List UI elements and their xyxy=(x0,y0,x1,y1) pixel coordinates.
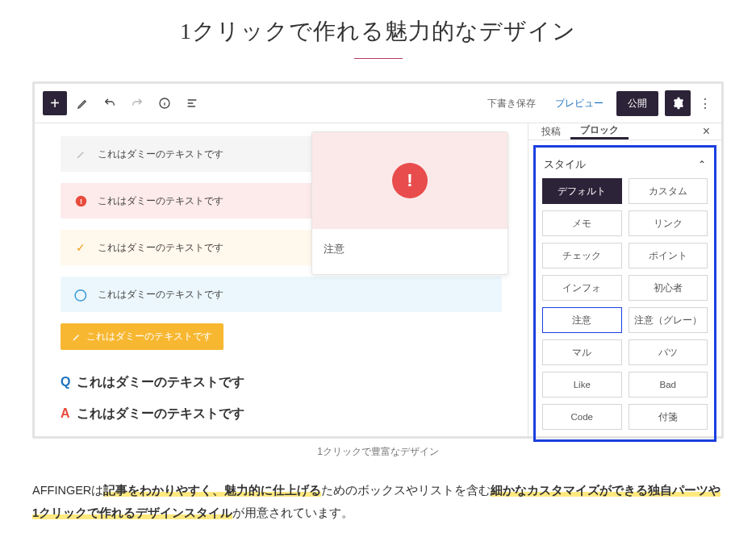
style-option-default[interactable]: デフォルト xyxy=(542,178,622,204)
style-title: スタイル xyxy=(544,157,586,172)
demo-row-question[interactable]: Qこれはダミーのテキストです xyxy=(61,374,502,391)
style-option-like[interactable]: Like xyxy=(542,372,622,398)
editor-canvas: これはダミーのテキストです ! これはダミーのテキストです ✓ これはダミーのテ… xyxy=(35,123,528,436)
style-option-info[interactable]: インフォ xyxy=(542,275,622,301)
preview-button[interactable]: プレビュー xyxy=(549,92,610,115)
a-label: A xyxy=(61,406,70,420)
editor-toolbar: + 下書き保存 プレビュー 公開 ⋮ xyxy=(35,84,721,123)
style-panel: スタイル ⌃ デフォルト カスタム メモ リンク チェック ポイント インフォ … xyxy=(533,145,716,442)
tab-post[interactable]: 投稿 xyxy=(532,123,570,139)
svg-text:!: ! xyxy=(80,197,82,205)
style-option-fusen[interactable]: 付箋 xyxy=(629,404,708,430)
demo-text: これはダミーのテキストです xyxy=(98,241,223,255)
check-icon: ✓ xyxy=(72,241,90,254)
pencil-icon xyxy=(72,149,90,160)
style-option-caution-gray[interactable]: 注意（グレー） xyxy=(629,307,708,333)
description-paragraph: AFFINGERは記事をわかりやすく、魅力的に仕上げるためのボックスやリストを含… xyxy=(32,480,724,524)
demo-row-tag[interactable]: これはダミーのテキストです xyxy=(61,323,223,350)
demo-text: これはダミーのテキストです xyxy=(77,406,244,420)
demo-text: これはダミーのテキストです xyxy=(86,330,212,343)
style-grid: デフォルト カスタム メモ リンク チェック ポイント インフォ 初心者 注意 … xyxy=(542,178,708,430)
alert-icon: ! xyxy=(392,163,428,198)
figure-caption: 1クリックで豊富なデザイン xyxy=(32,445,724,459)
outline-icon[interactable] xyxy=(180,91,204,115)
demo-text: これはダミーのテキストです xyxy=(77,375,244,389)
edit-icon[interactable] xyxy=(70,91,94,115)
popover-preview: ! xyxy=(312,132,507,229)
demo-text: これはダミーのテキストです xyxy=(98,288,223,302)
redo-icon[interactable] xyxy=(125,91,149,115)
q-label: Q xyxy=(61,375,70,389)
style-option-custom[interactable]: カスタム xyxy=(629,178,708,204)
demo-row-circle[interactable]: ◯ これはダミーのテキストです xyxy=(61,277,502,312)
circle-icon: ◯ xyxy=(72,288,90,301)
style-option-link[interactable]: リンク xyxy=(629,210,708,236)
close-sidebar-icon[interactable]: × xyxy=(695,124,718,139)
desc-lead: AFFINGERは xyxy=(32,484,103,497)
style-option-bad[interactable]: Bad xyxy=(629,372,708,398)
popover-label: 注意 xyxy=(312,229,507,274)
page-heading: 1クリックで作れる魅力的なデザイン xyxy=(32,16,724,47)
style-option-memo[interactable]: メモ xyxy=(542,210,622,236)
style-option-code[interactable]: Code xyxy=(542,404,622,430)
heading-underline xyxy=(354,58,403,59)
style-option-point[interactable]: ポイント xyxy=(629,243,708,268)
inspector-sidebar: 投稿 ブロック × スタイル ⌃ デフォルト カスタム メモ リンク チェック … xyxy=(528,123,721,436)
desc-mid: ためのボックスやリストを含む xyxy=(321,484,491,497)
style-option-batsu[interactable]: バツ xyxy=(629,339,708,365)
style-panel-header[interactable]: スタイル ⌃ xyxy=(542,152,708,178)
add-block-button[interactable]: + xyxy=(43,91,67,115)
editor-screenshot: + 下書き保存 プレビュー 公開 ⋮ これはダミーのテキストです ! これはダミ… xyxy=(32,81,724,439)
style-preview-popover: ! 注意 xyxy=(311,131,508,275)
tab-block[interactable]: ブロック xyxy=(570,123,629,139)
settings-gear-icon[interactable] xyxy=(665,90,691,116)
demo-text: これはダミーのテキストです xyxy=(98,194,223,208)
demo-text: これはダミーのテキストです xyxy=(98,148,223,161)
alert-circle-icon: ! xyxy=(72,195,90,207)
sidebar-tabs: 投稿 ブロック × xyxy=(528,123,721,140)
save-draft-button[interactable]: 下書き保存 xyxy=(481,92,542,115)
style-option-check[interactable]: チェック xyxy=(542,243,622,268)
more-menu-icon[interactable]: ⋮ xyxy=(697,96,713,111)
style-option-maru[interactable]: マル xyxy=(542,339,622,365)
desc-tail: が用意されています。 xyxy=(232,506,353,519)
desc-highlight-1: 記事をわかりやすく、魅力的に仕上げる xyxy=(103,484,321,497)
info-icon[interactable] xyxy=(152,91,177,115)
style-option-caution[interactable]: 注意 xyxy=(542,307,622,333)
chevron-up-icon: ⌃ xyxy=(698,159,706,170)
undo-icon[interactable] xyxy=(98,91,122,115)
demo-row-answer[interactable]: Aこれはダミーのテキストです xyxy=(61,406,502,423)
pencil-icon xyxy=(72,332,81,342)
publish-button[interactable]: 公開 xyxy=(616,91,658,116)
style-option-beginner[interactable]: 初心者 xyxy=(629,275,708,301)
